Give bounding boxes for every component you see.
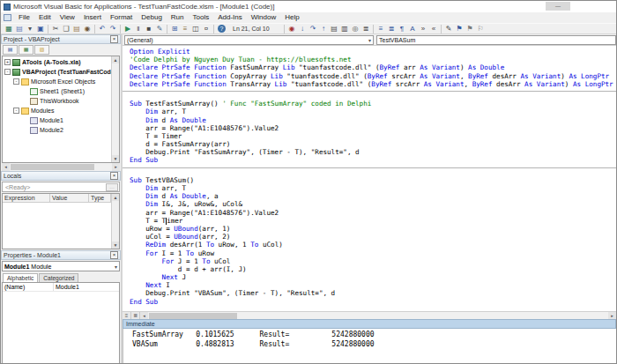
menu-item-file[interactable]: File bbox=[14, 12, 34, 23]
project-panel-titlebar[interactable]: Project - VBAProject × bbox=[1, 34, 121, 44]
scroll-down-icon[interactable]: ▼ bbox=[112, 241, 119, 249]
step-into-icon[interactable]: ↓ bbox=[297, 24, 308, 33]
menu-item-tools[interactable]: Tools bbox=[189, 12, 214, 23]
locals-window-icon[interactable]: ▤ bbox=[329, 24, 339, 33]
locals-panel-titlebar[interactable]: Locals × bbox=[1, 171, 121, 181]
redo-icon[interactable]: ↷ bbox=[108, 24, 118, 33]
insert-dropdown-arrow-icon[interactable]: ▾ bbox=[25, 24, 35, 33]
view-code-icon[interactable]: ▤ bbox=[3, 45, 18, 55]
procedure-dropdown[interactable]: TestVBASum bbox=[376, 35, 616, 45]
code-line[interactable]: Declare PtrSafe Function CopyArray Lib "… bbox=[130, 72, 616, 80]
code-line[interactable]: d = FastSumArray(arr) bbox=[130, 140, 616, 148]
project-explorer-icon[interactable]: ⊞ bbox=[169, 24, 180, 33]
chevron-down-icon[interactable]: ▾ bbox=[368, 37, 371, 43]
chevron-down-icon[interactable]: ▾ bbox=[115, 264, 117, 270]
code-line[interactable]: Option Explicit bbox=[130, 48, 616, 56]
immediate-window-icon[interactable]: ▥ bbox=[339, 24, 350, 33]
toggle-breakpoint-icon[interactable]: ◉ bbox=[286, 24, 297, 33]
comment-block-icon[interactable]: ✎ bbox=[443, 24, 454, 33]
tree-item-module2[interactable]: Module2 bbox=[3, 125, 110, 135]
code-line[interactable]: End Sub bbox=[130, 156, 616, 164]
menu-item-help[interactable]: Help bbox=[280, 12, 303, 23]
property-row[interactable]: (Name)Module1 bbox=[3, 283, 119, 292]
code-line[interactable]: Dim d As Double, a bbox=[130, 192, 616, 200]
toggle-bookmark-icon[interactable]: ⚑ bbox=[454, 24, 465, 33]
code-line[interactable]: Debug.Print "FastSumArray", (Timer - T),… bbox=[130, 148, 616, 156]
insert-userform-icon[interactable]: ▤ bbox=[14, 24, 25, 33]
project-tree-vscrollbar[interactable]: ▲ ▼ bbox=[111, 56, 119, 162]
immediate-titlebar[interactable]: Immediate bbox=[123, 319, 616, 329]
watch-window-icon[interactable]: ◎ bbox=[350, 24, 361, 33]
code-line[interactable]: Dim I&, J&, uRow&, uCol& bbox=[130, 200, 616, 208]
run-icon[interactable]: ▶ bbox=[123, 24, 133, 33]
outdent-icon[interactable]: « bbox=[428, 24, 439, 33]
code-line[interactable]: Debug.Print "VBASum", (Timer - T), "Resu… bbox=[130, 289, 616, 297]
code-line[interactable]: Next I bbox=[130, 281, 616, 289]
call-stack-icon[interactable]: ≣ bbox=[361, 24, 371, 33]
scroll-down-icon[interactable]: ▼ bbox=[112, 155, 119, 162]
scroll-up-icon[interactable]: ▲ bbox=[112, 194, 119, 201]
project-close-icon[interactable]: × bbox=[110, 35, 118, 43]
call-stack-ellipsis-button[interactable]: … bbox=[106, 183, 118, 191]
tree-item-sheet1-sheet1[interactable]: Sheet1 (Sheet1) bbox=[3, 86, 110, 96]
code-line[interactable]: Next J bbox=[130, 273, 616, 281]
design-mode-icon[interactable]: ✎ bbox=[154, 24, 165, 33]
step-over-icon[interactable]: ↷ bbox=[308, 24, 318, 33]
scrollbar-thumb[interactable] bbox=[11, 164, 94, 170]
cut-icon[interactable]: ✂ bbox=[50, 24, 61, 33]
code-line[interactable]: Dim arr, T bbox=[130, 108, 616, 115]
minimize-button[interactable]: — bbox=[546, 2, 570, 11]
indent-icon[interactable]: » bbox=[418, 24, 428, 33]
tree-expander-icon[interactable]: - bbox=[4, 69, 11, 75]
code-hscrollbar-thumb[interactable] bbox=[149, 313, 237, 319]
code-line[interactable]: d = d + arr(I, J) bbox=[130, 265, 616, 273]
tab-alphabetic[interactable]: Alphabetic bbox=[3, 273, 38, 282]
properties-panel-titlebar[interactable]: Properties - Module1 × bbox=[1, 250, 121, 260]
code-line[interactable]: Dim d As Double bbox=[130, 116, 616, 124]
view-microsoft-excel-icon[interactable]: ▦ bbox=[4, 24, 14, 33]
tree-item-thisworkbook[interactable]: ThisWorkbook bbox=[3, 96, 110, 106]
menu-item-debug[interactable]: Debug bbox=[137, 12, 167, 23]
paste-icon[interactable]: ▤ bbox=[71, 24, 82, 33]
undo-icon[interactable]: ↶ bbox=[97, 24, 108, 33]
clear-bookmarks-icon[interactable]: ⚐ bbox=[475, 24, 486, 33]
project-tree[interactable]: +ATools (A-Tools.xla)-VBAProject (TestTu… bbox=[2, 56, 120, 163]
code-line[interactable] bbox=[130, 92, 616, 100]
tree-item-module1[interactable]: Module1 bbox=[3, 115, 110, 125]
menu-item-run[interactable]: Run bbox=[167, 12, 189, 23]
tree-expander-icon[interactable]: - bbox=[13, 78, 19, 85]
code-line[interactable]: Sub TestFastSumArray() ' Func "FastSumAr… bbox=[130, 100, 616, 108]
menu-item-view[interactable]: View bbox=[56, 12, 79, 23]
code-line[interactable]: uCol = UBound(arr, 2) bbox=[130, 233, 616, 241]
object-browser-icon[interactable]: ◫ bbox=[190, 24, 201, 33]
menu-item-add-ins[interactable]: Add-Ins bbox=[213, 12, 247, 23]
tree-item-modules[interactable]: -Modules bbox=[3, 106, 110, 115]
object-dropdown[interactable]: (General) ▾ bbox=[124, 35, 374, 45]
code-line[interactable]: ReDim desArr(1 To uRow, 1 To uCol) bbox=[130, 241, 616, 249]
list-constants-icon[interactable]: ≣ bbox=[386, 24, 397, 33]
scroll-up-icon[interactable]: ▲ bbox=[112, 56, 119, 63]
step-out-icon[interactable]: ↑ bbox=[318, 24, 329, 33]
locals-vscrollbar[interactable]: ▲ ▼ bbox=[111, 194, 119, 249]
tree-expander-icon[interactable]: - bbox=[13, 108, 19, 114]
scroll-left-icon[interactable]: ◂ bbox=[2, 163, 10, 171]
code-line[interactable]: 'Code Delphi by Nguyen Duy Tuan - https:… bbox=[130, 56, 616, 63]
copy-icon[interactable]: ❑ bbox=[61, 24, 71, 33]
properties-object-dropdown[interactable]: Module1 Module ▾ bbox=[2, 261, 120, 271]
code-line[interactable]: Declare PtrSafe Function TransArray Lib … bbox=[130, 80, 616, 88]
locals-close-icon[interactable]: × bbox=[110, 172, 118, 180]
menu-item-edit[interactable]: Edit bbox=[34, 12, 56, 23]
locals-column-type[interactable]: Type bbox=[89, 194, 111, 203]
list-properties-icon[interactable]: ≡ bbox=[375, 24, 386, 33]
code-line[interactable]: T = Timer bbox=[130, 132, 616, 140]
scroll-right-icon[interactable]: ▸ bbox=[112, 163, 120, 171]
complete-word-icon[interactable]: A bbox=[407, 24, 418, 33]
module-window-icon[interactable] bbox=[4, 14, 11, 21]
break-icon[interactable]: ‖ bbox=[133, 24, 144, 33]
save-icon[interactable]: ▣ bbox=[35, 24, 46, 33]
code-line[interactable] bbox=[130, 168, 616, 176]
menu-item-window[interactable]: Window bbox=[247, 12, 280, 23]
tree-item-microsoft-excel-objects[interactable]: -Microsoft Excel Objects bbox=[3, 77, 110, 86]
project-tree-hscrollbar[interactable]: ◂ ▸ bbox=[2, 163, 120, 171]
code-line[interactable]: Sub TestVBASum() bbox=[130, 176, 616, 184]
